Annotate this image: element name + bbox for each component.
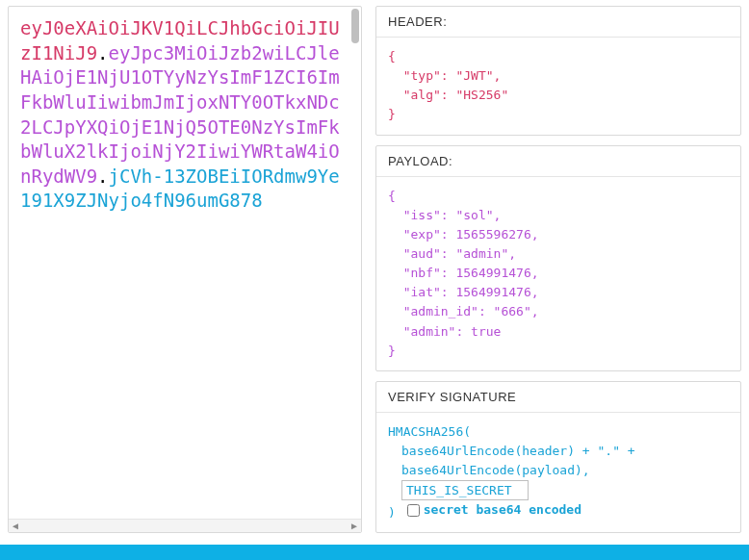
encoded-token-textarea[interactable]: eyJ0eXAiOiJKV1QiLCJhbGciOiJIUzI1NiJ9.eyJ…: [9, 7, 361, 519]
payload-json-view[interactable]: { "iss": "sol", "exp": 1565596276, "aud"…: [376, 177, 740, 370]
secret-input[interactable]: [401, 480, 529, 500]
decoded-panel: HEADER: { "typ": "JWT", "alg": "HS256" }…: [375, 6, 741, 533]
token-dot: .: [97, 42, 108, 64]
header-alg-value: HS256: [463, 88, 501, 102]
payload-iss-value: sol: [463, 208, 485, 222]
payload-exp-value: 1565596276: [455, 227, 530, 242]
payload-section-title: PAYLOAD:: [376, 146, 740, 177]
sig-line1: base64UrlEncode(header) + "." +: [388, 442, 729, 461]
encoded-token-panel: eyJ0eXAiOiJKV1QiLCJhbGciOiJIUzI1NiJ9.eyJ…: [8, 6, 362, 533]
verify-signature-section: VERIFY SIGNATURE HMACSHA256(base64UrlEnc…: [375, 381, 741, 533]
token-dot: .: [97, 165, 108, 187]
scroll-left-icon[interactable]: ◄: [9, 520, 22, 533]
sig-close: ): [388, 505, 396, 520]
vertical-scrollbar-thumb[interactable]: [351, 9, 359, 43]
scroll-right-icon[interactable]: ►: [348, 520, 361, 533]
sig-func-line: HMACSHA256(: [388, 422, 729, 442]
sig-line2: base64UrlEncode(payload),: [388, 461, 729, 480]
payload-aud-value: admin: [463, 246, 501, 261]
secret-base64-checkbox[interactable]: [407, 504, 420, 517]
signature-verified-banner: ✓ Signature Verified https://blog.csdn.n…: [0, 545, 749, 560]
header-json-view[interactable]: { "typ": "JWT", "alg": "HS256" }: [376, 38, 740, 135]
header-section: HEADER: { "typ": "JWT", "alg": "HS256" }: [375, 6, 741, 136]
payload-admin-value: true: [471, 324, 501, 339]
payload-nbf-value: 1564991476: [455, 266, 530, 280]
secret-base64-label[interactable]: secret base64 encoded: [424, 500, 581, 520]
header-typ-value: JWT: [463, 68, 485, 83]
signature-formula: HMACSHA256(base64UrlEncode(header) + "."…: [376, 413, 740, 532]
header-section-title: HEADER:: [376, 7, 740, 38]
payload-adminid-value: 666: [501, 304, 523, 318]
payload-section: PAYLOAD: { "iss": "sol", "exp": 15655962…: [375, 145, 741, 371]
horizontal-scrollbar[interactable]: ◄ ►: [9, 519, 361, 532]
verify-section-title: VERIFY SIGNATURE: [376, 382, 740, 413]
payload-iat-value: 1564991476: [455, 285, 530, 299]
